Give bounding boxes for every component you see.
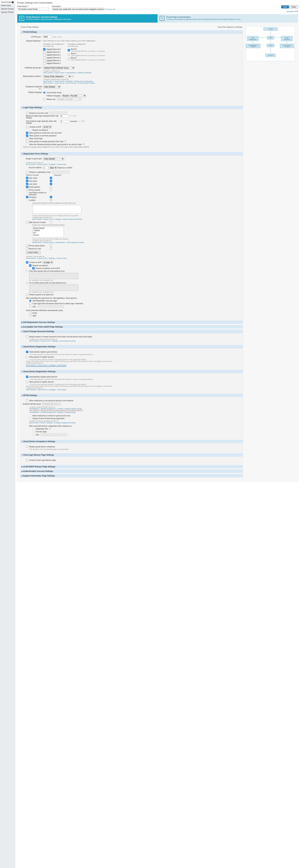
guest-types-link-3[interactable]: Work Centers > Guest Access > Configure … [26,389,240,391]
portal-settings-header[interactable]: Portal Settings [20,30,243,34]
self-reg-success-header[interactable]: Self-Registration Success Settings [20,320,243,324]
auto-register-devices-checkbox-2[interactable] [26,376,28,378]
sms-provider-inc[interactable] [26,221,28,223]
description-input[interactable] [52,8,105,11]
auth-method-select[interactable]: Guest_Portal_Sequence [43,75,71,78]
field-lastname-req[interactable] [50,183,52,185]
field-firstname-inc[interactable] [26,180,28,182]
field-firstname-req[interactable] [50,180,52,182]
password-policy-link[interactable]: Work Centers > Guest Access > Settings >… [29,340,240,342]
custom-fields-button[interactable]: Custom Fields... [26,251,40,254]
auto-register-devices-checkbox-1[interactable] [26,351,28,353]
person-visited-inc[interactable] [26,244,28,247]
require-compliance-checkbox[interactable] [26,445,28,448]
field-email-req[interactable] [50,186,52,188]
bond1-checkbox[interactable] [68,54,70,56]
reg-require-acceptance-checkbox[interactable] [29,265,31,267]
sms-providers-listbox[interactable]: Global DefaultT-MobileATTVerizon [32,227,64,238]
cred-sms-checkbox[interactable] [29,315,31,317]
device-reg-header-2[interactable]: Guest Device Registration Settings [20,370,243,373]
login-include-aup-checkbox[interactable] [26,126,28,128]
auth-link-1[interactable]: Work Centers > Guest Access > Identities… [43,81,240,82]
login-aup-mode-select[interactable]: as link [43,125,52,128]
allow-create-accounts-checkbox[interactable] [26,132,28,134]
support-info-header[interactable]: Support Information Page Settings [20,474,243,477]
tab-behavior-flow[interactable]: ⎘ Portal Behavior and Flow SettingsUse t… [17,14,158,23]
guest-locations-link[interactable]: Work Centers > Guest Access > Settings >… [32,218,240,220]
cert-link[interactable]: Work Centers > Guest Access > Administra… [43,72,240,73]
require-scroll-checkbox[interactable] [32,267,34,270]
device-reg-header-1[interactable]: Guest Device Registration Settings [20,345,243,348]
allow-social-login-checkbox[interactable] [26,137,28,140]
reason-inc[interactable] [26,247,28,250]
allow-personal-devices-checkbox[interactable] [26,400,28,402]
account-valid-input[interactable] [43,166,48,169]
employees-select[interactable]: Daily (default) [43,85,61,88]
portal-name-input[interactable] [17,8,49,11]
language-file-link[interactable]: Language File [286,10,296,12]
max-failed-input[interactable] [60,115,69,118]
field-username-req[interactable] [50,177,52,179]
field-lastname-inc[interactable] [26,183,28,185]
compliance-header[interactable]: Guest Device Compliance Settings [20,440,243,443]
field-username-inc[interactable] [26,177,28,179]
employee-devices-link[interactable]: Work Centers > BYOD > Settings > Employe… [29,422,240,424]
iface-ge1-checkbox[interactable] [43,51,46,53]
sms-providers-link[interactable]: Work Centers > Guest Access > Administra… [32,242,240,243]
field-company-req[interactable] [50,196,52,198]
portal-test-url-link[interactable]: Portal test URL [105,8,116,10]
always-lang-select[interactable]: Russian - Русский [57,98,81,101]
locations-textarea[interactable] [32,205,81,214]
account-valid-unit-select[interactable]: Days [49,166,57,169]
bond0-checkbox[interactable] [68,49,70,51]
field-email-inc[interactable] [26,186,28,188]
endpoint-groups-link[interactable]: Administration > Identity Management > G… [29,408,240,410]
allow-register-devices-checkbox-1[interactable] [26,356,28,358]
allow-reset-password-checkbox[interactable] [26,134,28,137]
sidebar-item-guest-types[interactable]: Guest Types [0,4,15,7]
redirect-success-radio[interactable] [29,300,31,302]
allow-register-devices-checkbox-2[interactable] [26,381,28,383]
redirect-login-radio[interactable] [29,302,31,305]
auth-success-header[interactable]: Authentication Success Settings [20,469,243,473]
custom-fields-link[interactable]: Work Centers > Guest Access > Settings >… [26,257,240,259]
fallback-lang-select[interactable]: Russian - Русский [61,94,86,97]
reason-req[interactable] [50,247,52,250]
require-approved-checkbox[interactable] [26,293,28,296]
vlan-dhcp-header[interactable]: VLAN DHCP Release Page Settings [20,465,243,468]
reg-include-aup-checkbox[interactable] [26,261,28,264]
always-use-radio[interactable] [43,98,46,100]
person-visited-req[interactable] [50,244,52,247]
include-post-login-banner-checkbox[interactable] [26,459,28,461]
guest-types-link[interactable]: Work Centers > Guest Access > Configure … [26,163,240,165]
do-not-allow-radio[interactable] [26,282,28,284]
close-button[interactable]: Close [290,5,298,8]
browser-locale-radio[interactable] [43,91,46,94]
iface-ge2-checkbox[interactable] [43,54,46,56]
save-button[interactable]: Save [281,5,289,8]
require-reg-code-checkbox[interactable] [26,171,28,173]
redirect-url-radio[interactable] [29,306,31,308]
sidebar-item-sponsor-portals[interactable]: Sponsor Portals [0,10,15,14]
require-change-password-checkbox[interactable] [26,336,28,338]
endpoint-purge-link[interactable]: Administration > Identity Management > S… [29,411,240,413]
sidebar-item-guest-portals[interactable]: Guest Portals1 [0,1,15,4]
cert-group-select[interactable]: Default Portal Certificate Group [43,66,75,69]
field-phone-req[interactable] [50,189,52,191]
tab-page-customization[interactable]: ✎ Portal Page CustomizationCustomize por… [158,14,298,23]
allow-change-password-checkbox[interactable] [26,141,28,143]
auth-link-2[interactable]: Work Centers > Guest Access > Ext Id Sou… [43,82,240,84]
field-company-inc[interactable] [26,196,28,198]
post-login-header[interactable]: Post-Login Banner Page Settings [20,453,243,457]
bond2-checkbox[interactable] [68,58,70,60]
sms-provider-req[interactable] [50,221,52,223]
registration-settings-header[interactable]: Registration Form Settings [20,152,243,155]
iface-ge0-checkbox[interactable] [43,48,46,51]
rate-limit-time-input[interactable] [60,120,69,123]
iface-ge3-checkbox[interactable] [43,57,46,59]
guest-types-link-2[interactable]: Work Centers > Guest Access > Configure … [26,364,66,367]
byod-header[interactable]: BYOD Settings [20,394,243,397]
field-phone-inc[interactable] [26,189,28,191]
sidebar-item-sponsor-groups[interactable]: Sponsor Groups [0,7,15,10]
reg-aup-mode-select[interactable]: on page [43,261,53,264]
